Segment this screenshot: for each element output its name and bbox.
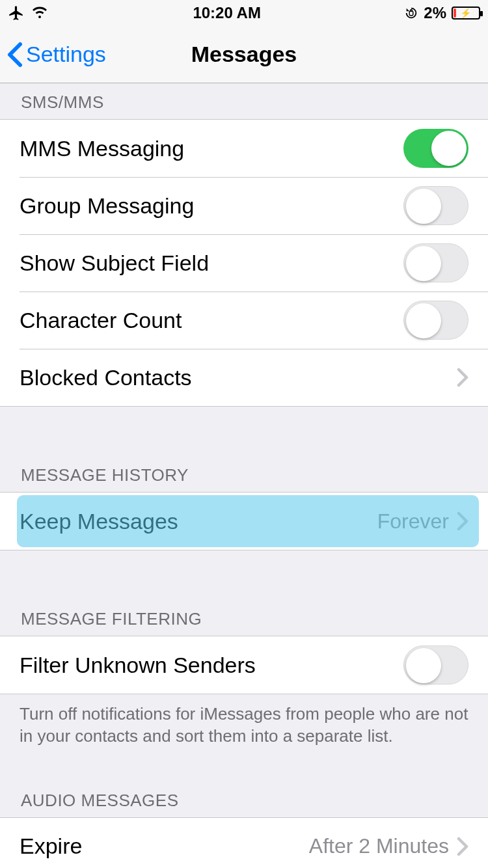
battery-icon: ⚡ <box>452 7 480 20</box>
label-keep-messages: Keep Messages <box>20 509 178 534</box>
label-character-count: Character Count <box>20 308 182 333</box>
row-blocked-contacts[interactable]: Blocked Contacts <box>0 349 488 406</box>
airplane-mode-icon <box>8 5 25 21</box>
group-audio-messages: Expire After 2 Minutes Raise to Listen <box>0 817 488 868</box>
status-right: 2% ⚡ <box>404 4 480 22</box>
page-title: Messages <box>191 42 297 67</box>
rotation-lock-icon <box>404 6 418 20</box>
back-label: Settings <box>26 42 106 67</box>
section-header-sms-mms: SMS/MMS <box>0 83 488 119</box>
row-filter-unknown-senders[interactable]: Filter Unknown Senders <box>0 636 488 694</box>
wifi-icon <box>30 5 49 21</box>
toggle-mms-messaging[interactable] <box>403 129 468 168</box>
group-sms-mms: MMS Messaging Group Messaging Show Subje… <box>0 119 488 407</box>
status-left <box>8 5 49 21</box>
battery-percentage: 2% <box>424 4 446 22</box>
group-message-filtering: Filter Unknown Senders <box>0 636 488 694</box>
status-time: 10:20 AM <box>193 4 260 22</box>
row-group-messaging[interactable]: Group Messaging <box>0 177 488 234</box>
status-bar: 10:20 AM 2% ⚡ <box>0 0 488 26</box>
row-keep-messages[interactable]: Keep Messages Forever <box>0 493 488 550</box>
value-keep-messages: Forever <box>377 509 449 534</box>
label-mms-messaging: MMS Messaging <box>20 136 184 161</box>
group-message-history: Keep Messages Forever <box>0 492 488 550</box>
footer-message-filtering: Turn off notifications for iMessages fro… <box>0 694 488 754</box>
section-header-message-history: MESSAGE HISTORY <box>0 448 488 492</box>
row-expire[interactable]: Expire After 2 Minutes <box>0 818 488 868</box>
label-show-subject-field: Show Subject Field <box>20 251 209 276</box>
nav-bar: Settings Messages <box>0 26 488 83</box>
toggle-show-subject-field[interactable] <box>403 243 468 282</box>
chevron-right-icon <box>457 837 468 856</box>
row-mms-messaging[interactable]: MMS Messaging <box>0 120 488 177</box>
back-button[interactable]: Settings <box>7 26 106 83</box>
row-show-subject-field[interactable]: Show Subject Field <box>0 234 488 292</box>
chevron-right-icon <box>457 368 468 387</box>
toggle-character-count[interactable] <box>403 301 468 340</box>
chevron-left-icon <box>7 42 23 68</box>
toggle-filter-unknown-senders[interactable] <box>403 645 468 685</box>
label-blocked-contacts: Blocked Contacts <box>20 365 192 390</box>
label-expire: Expire <box>20 834 82 859</box>
label-filter-unknown-senders: Filter Unknown Senders <box>20 653 256 678</box>
value-expire: After 2 Minutes <box>309 834 449 858</box>
chevron-right-icon <box>457 511 468 531</box>
row-character-count[interactable]: Character Count <box>0 292 488 349</box>
svg-rect-0 <box>410 11 414 15</box>
section-header-message-filtering: MESSAGE FILTERING <box>0 592 488 636</box>
section-header-audio-messages: AUDIO MESSAGES <box>0 774 488 817</box>
label-group-messaging: Group Messaging <box>20 193 194 219</box>
toggle-group-messaging[interactable] <box>403 186 468 225</box>
